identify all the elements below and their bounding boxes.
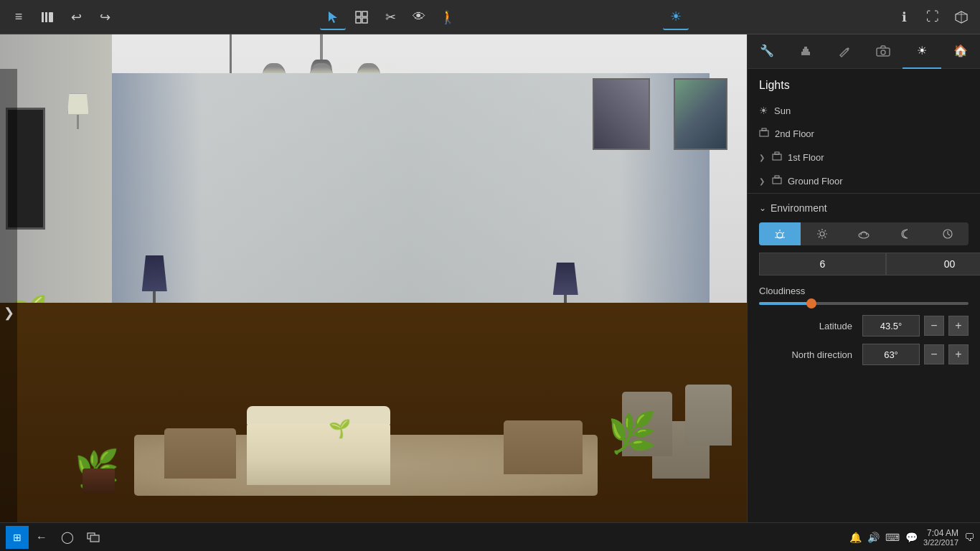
north-direction-plus-button[interactable]: + [948,344,969,364]
taskbar-right: 🔔 🔊 ⌨ 💬 7:04 AM 3/22/2017 🗨 [849,528,974,547]
svg-rect-13 [762,128,766,131]
time-hour-input[interactable] [759,253,886,276]
3d-viewport[interactable]: ❯ [0,34,747,522]
panel-tab-camera[interactable] [864,34,903,69]
start-button[interactable]: ⊞ [6,526,29,549]
svg-rect-14 [773,154,781,160]
cloudiness-slider[interactable] [759,302,969,305]
environment-header[interactable]: ⌄ Environment [759,202,969,214]
latitude-row: Latitude − + [759,315,969,336]
north-direction-row: North direction − + [759,344,969,365]
undo-button[interactable]: ↩ [63,4,89,30]
1st-floor-chevron: ❯ [759,154,765,161]
1st-floor-label: 1st Floor [788,152,969,163]
sofa [247,420,390,485]
info-tool[interactable]: ℹ [891,4,917,30]
menu-button[interactable]: ≡ [6,4,32,30]
objects-tool[interactable] [349,4,374,30]
sun-light-label: Sun [774,105,969,116]
light-item-2nd-floor[interactable]: 2nd Floor [748,122,980,146]
top-toolbar: ≡ ↩ ↪ ✂ 👁 🚶 ☀ ℹ ⛶ [0,0,980,34]
sun-tool[interactable]: ☀ [663,4,689,30]
svg-line-29 [824,237,826,238]
redo-button[interactable]: ↪ [92,4,118,30]
svg-rect-7 [801,52,810,55]
time-minute-input[interactable] [886,253,980,276]
chair-left [164,428,236,479]
svg-line-35 [948,234,950,235]
fullscreen-tool[interactable]: ⛶ [920,4,946,30]
svg-rect-0 [42,12,44,22]
svg-rect-6 [362,18,367,23]
taskbar-cortana[interactable]: ◯ [56,526,79,549]
environment-chevron: ⌄ [759,203,766,213]
svg-rect-9 [804,47,807,49]
plant-right-large: 🌿 [608,410,657,456]
taskbar-volume-icon[interactable]: 🔊 [867,532,880,543]
cloudiness-fill [759,302,811,305]
wall-lamp [67,93,89,129]
cloudiness-thumb[interactable] [806,298,816,309]
3d-scene: 🌱 🌿 🌿 [0,34,747,522]
ground-floor-label: Ground Floor [788,176,969,187]
taskbar-notifications-panel[interactable]: 🗨 [964,532,974,543]
3dbox-tool[interactable] [948,4,974,30]
walk-tool[interactable]: 🚶 [435,4,461,30]
ground-floor-chevron: ❯ [759,177,765,185]
dining-chair-3 [685,385,732,446]
sun-light-icon: ☀ [759,105,768,116]
north-direction-input[interactable] [862,344,920,365]
artwork-right-2 [674,78,727,150]
taskbar-back[interactable]: ← [30,526,53,549]
svg-rect-16 [773,178,781,184]
latitude-label: Latitude [759,321,852,331]
light-item-ground-floor[interactable]: ❯ Ground Floor [748,169,980,193]
view3d-tool[interactable]: 👁 [406,4,432,30]
taskbar-notification-icon[interactable]: 🔔 [849,532,862,543]
panel-tab-settings[interactable]: 🔧 [748,34,786,69]
panel-tab-build[interactable] [786,34,825,69]
svg-rect-3 [356,11,361,17]
svg-line-28 [819,230,820,232]
environment-section: ⌄ Environment [748,193,980,381]
svg-point-11 [881,50,885,55]
chair-right [504,420,583,474]
main-area: ❯ [0,34,980,522]
2nd-floor-light-icon [759,128,769,140]
cloudiness-label: Cloudiness [759,286,969,296]
panel-tab-lights[interactable]: ☀ [903,34,941,69]
time-btn-moon[interactable] [885,222,926,245]
back-wall [112,73,710,327]
taskbar-multitask[interactable] [82,526,105,549]
time-btn-cloud[interactable] [843,222,885,245]
panel-content: Lights ☀ Sun 2nd Floor ❯ [748,69,980,522]
time-btn-sunrise[interactable] [759,222,801,245]
svg-rect-4 [362,11,367,17]
taskbar-clock: 7:04 AM [923,528,958,538]
svg-rect-12 [760,131,768,136]
artwork-right-1 [593,78,650,150]
library-button[interactable] [34,4,60,30]
taskbar-time[interactable]: 7:04 AM 3/22/2017 [923,528,958,547]
svg-line-30 [824,230,826,232]
svg-point-32 [859,232,869,238]
measure-tool[interactable]: ✂ [377,4,403,30]
latitude-input[interactable] [862,315,920,336]
panel-tab-home[interactable]: 🏠 [941,34,980,69]
panel-tab-edit[interactable] [825,34,864,69]
north-direction-minus-button[interactable]: − [924,344,944,364]
svg-point-23 [820,232,824,236]
light-item-sun[interactable]: ☀ Sun [748,99,980,122]
left-panel-arrow[interactable]: ❯ [0,69,17,522]
taskbar-input-icon[interactable]: ⌨ [885,532,900,543]
center-plant: 🌱 [329,418,351,439]
light-item-1st-floor[interactable]: ❯ 1st Floor [748,146,980,169]
select-tool[interactable] [320,4,346,30]
latitude-plus-button[interactable]: + [948,316,969,336]
latitude-minus-button[interactable]: − [924,316,944,336]
svg-rect-8 [803,49,809,52]
time-btn-sun[interactable] [801,222,842,245]
svg-line-20 [776,232,777,233]
taskbar-lang-icon[interactable]: 💬 [905,532,918,543]
time-btn-clock[interactable] [927,222,969,245]
